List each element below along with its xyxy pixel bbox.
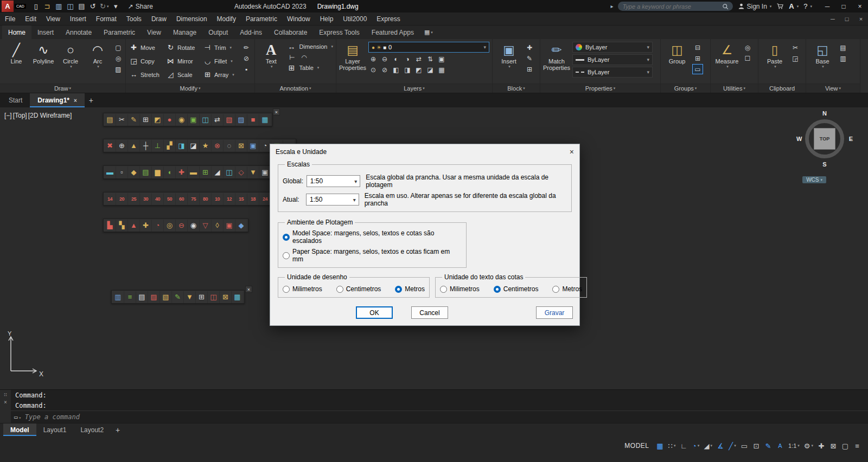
modify-tool-button[interactable]: ↻ Rotate xyxy=(165,43,202,52)
toolbar-icon[interactable]: ◫ xyxy=(200,114,212,126)
toolbar-icon[interactable]: ▼ xyxy=(184,291,196,303)
toolbar-icon[interactable]: ⊥ xyxy=(152,140,164,152)
toolbar-icon[interactable]: ▦ xyxy=(232,291,244,303)
snap-mode-icon[interactable]: ∷ xyxy=(667,439,678,452)
toolbar-icon[interactable]: 14 xyxy=(104,193,116,205)
toolbar-icon[interactable]: 60 xyxy=(176,193,188,205)
drawing-unit-radio-option[interactable]: Milimetros xyxy=(283,285,322,293)
clean-screen-icon[interactable]: ▢ xyxy=(840,439,851,452)
toolbar-icon[interactable]: 75 xyxy=(188,193,200,205)
command-input-prompt[interactable]: Type a command xyxy=(25,413,80,421)
draw-small-tool-icon[interactable]: ◎ xyxy=(113,54,123,63)
toolbar-icon[interactable]: 80 xyxy=(200,193,212,205)
viewport-minimize-control[interactable]: [−] xyxy=(4,112,12,119)
toolbar-icon[interactable]: 18 xyxy=(247,193,259,205)
modify-tool-button[interactable]: ⊞ Array xyxy=(202,70,239,79)
ribbon-tab[interactable]: Featured Apps xyxy=(366,25,420,39)
maximize-button[interactable]: □ xyxy=(835,0,852,12)
toolbar-icon[interactable]: ◎ xyxy=(164,220,176,232)
toolbar-icon[interactable]: ▽ xyxy=(200,220,212,232)
workspace-gear-icon[interactable]: ⚙ xyxy=(802,439,815,452)
help-button[interactable]: ? xyxy=(803,2,812,10)
block-small-tool-icon[interactable]: ✎ xyxy=(525,54,534,63)
toolbar-icon[interactable]: ◉ xyxy=(176,114,188,126)
ortho-icon[interactable]: ∟ xyxy=(679,439,690,452)
toolbar-icon[interactable]: ⊞ xyxy=(140,114,152,126)
draw-tool-button[interactable]: ╱ Line xyxy=(3,41,30,84)
view-cube[interactable]: TOP N S W E xyxy=(796,111,853,167)
minimize-button[interactable]: ─ xyxy=(819,0,835,12)
modify-tool-button[interactable]: ⋈ Mirror xyxy=(165,57,202,65)
layer-tool-icon[interactable]: ⇄ xyxy=(414,54,424,63)
ribbon-tab[interactable]: Manage xyxy=(167,25,202,39)
ribbon-tab[interactable]: Collaborate xyxy=(268,25,313,39)
toolbar-icon[interactable]: ⊞ xyxy=(200,166,212,178)
lineweight-icon[interactable]: ▭ xyxy=(739,439,750,452)
layer-tool-icon[interactable]: ◪ xyxy=(425,65,435,74)
command-input-row[interactable]: ▭ Type a command xyxy=(11,410,868,423)
toolbar-icon[interactable]: 15 xyxy=(235,193,247,205)
group-small-tool-icon[interactable]: ⊟ xyxy=(693,43,703,52)
toolbar-icon[interactable]: ┼ xyxy=(140,140,152,152)
doc-minimize-button[interactable]: ─ xyxy=(826,12,840,25)
clipboard-small-tool-icon[interactable]: ◲ xyxy=(790,54,800,63)
toolbar-icon[interactable]: ◆ xyxy=(128,166,140,178)
modify-small-tool-icon[interactable]: ▪ xyxy=(241,65,251,74)
cancel-button[interactable]: Cancel xyxy=(411,306,448,319)
toolbar-icon[interactable]: ▨ xyxy=(235,114,247,126)
draw-small-tool-icon[interactable]: ▨ xyxy=(113,65,123,74)
search-input[interactable] xyxy=(622,3,719,10)
toolbar-icon[interactable]: ▚ xyxy=(116,220,128,232)
utilities-panel-footer[interactable]: Utilities xyxy=(711,84,758,93)
properties-panel-footer[interactable]: Properties xyxy=(540,84,660,93)
ribbon-display-toggle-icon[interactable]: ▦ xyxy=(424,25,433,39)
toolbar-icon[interactable]: ◨ xyxy=(176,140,188,152)
menu-item[interactable]: Parametric xyxy=(241,15,282,23)
toolbar-close-icon[interactable]: × xyxy=(245,286,252,293)
selection-cycling-icon[interactable]: ✎ xyxy=(763,439,774,452)
toolbar-icon[interactable]: ◔ xyxy=(152,220,164,232)
menu-item[interactable]: Help xyxy=(315,15,339,23)
undo-icon[interactable]: ↺ xyxy=(87,1,99,12)
ribbon-tab[interactable]: Add-ins xyxy=(234,25,268,39)
toolbar-icon[interactable]: ◩ xyxy=(152,114,164,126)
group-button[interactable]: ◫ Group xyxy=(663,41,691,84)
toolbar-icon[interactable]: ◆ xyxy=(235,220,247,232)
toolbar-icon[interactable]: ⇄ xyxy=(212,114,224,126)
ribbon-tab[interactable]: Express Tools xyxy=(313,25,365,39)
toolbar-icon[interactable]: ▨ xyxy=(148,291,160,303)
close-button[interactable]: × xyxy=(852,0,868,12)
object-isolate-icon[interactable]: ⊠ xyxy=(828,439,839,452)
modify-panel-footer[interactable]: Modify xyxy=(126,84,254,93)
insert-block-button[interactable]: ▣ Insert xyxy=(495,41,522,84)
toolbar-icon[interactable]: ✖ xyxy=(104,140,116,152)
toolbar-icon[interactable]: ◊ xyxy=(212,220,224,232)
group-small-tool-icon[interactable]: ⊞ xyxy=(693,54,703,63)
toolbar-icon[interactable]: ◪ xyxy=(188,140,200,152)
layer-tool-icon[interactable]: ▦ xyxy=(437,65,446,74)
autodesk-app-store-button[interactable]: A xyxy=(789,2,799,10)
modify-small-tool-icon[interactable]: ✏ xyxy=(241,43,251,52)
menu-item[interactable]: Edit xyxy=(20,15,41,23)
clipboard-panel-footer[interactable]: Clipboard xyxy=(758,84,806,93)
ribbon-tab[interactable]: View xyxy=(141,25,167,39)
ribbon-tab[interactable]: Output xyxy=(202,25,234,39)
toolbar-icon[interactable]: ● xyxy=(164,114,176,126)
file-tab-start[interactable]: Start xyxy=(1,93,30,107)
customization-menu-icon[interactable]: ≡ xyxy=(852,439,863,452)
view-panel-footer[interactable]: View xyxy=(806,84,860,93)
toolbar-icon[interactable]: ★ xyxy=(200,140,212,152)
toolbar-icon[interactable]: ▣ xyxy=(224,220,235,232)
toolbar-icon[interactable]: ▙ xyxy=(104,220,116,232)
toolbar-icon[interactable]: ▦ xyxy=(259,114,271,126)
toolbar-icon[interactable]: ◌ xyxy=(224,140,235,152)
text-tool-button[interactable]: A Text xyxy=(258,41,285,84)
layout-tab[interactable]: Layout1 xyxy=(36,424,74,436)
clipboard-small-tool-icon[interactable]: ✂ xyxy=(790,43,800,52)
toolbar-icon[interactable]: ⊠ xyxy=(235,140,247,152)
object-snap-icon[interactable]: ╱ xyxy=(727,439,738,452)
annotation-monitor-icon[interactable]: A xyxy=(775,439,786,452)
annotation-scale-label[interactable]: 1:1 xyxy=(787,439,801,452)
toolbar-icon[interactable]: ≡ xyxy=(124,291,136,303)
ribbon-tab[interactable]: Home xyxy=(2,25,31,39)
